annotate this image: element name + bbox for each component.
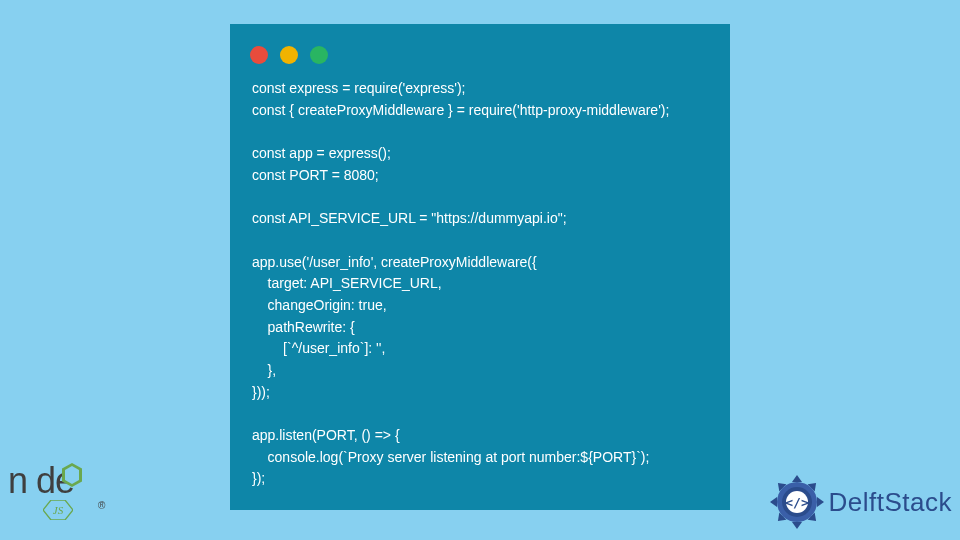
window-traffic-lights [230,40,730,78]
svg-marker-4 [792,475,802,482]
code-window: const express = require('express'); cons… [230,24,730,510]
svg-text:JS: JS [53,504,64,516]
close-icon [250,46,268,64]
nodejs-registered-icon: ® [98,500,105,511]
svg-marker-5 [792,522,802,529]
delftstack-wordmark: DelftStack [829,487,953,518]
svg-marker-7 [817,497,824,507]
nodejs-js-label: JS [43,500,73,524]
delftstack-gear-icon: </> [769,474,825,530]
svg-marker-6 [770,497,777,507]
svg-text:</>: </> [785,495,809,510]
nodejs-logo: n de JS ® [8,460,118,530]
delftstack-logo: </> DelftStack [769,474,953,530]
maximize-icon [310,46,328,64]
code-block: const express = require('express'); cons… [230,78,730,490]
minimize-icon [280,46,298,64]
nodejs-hexagon-icon [61,462,83,488]
